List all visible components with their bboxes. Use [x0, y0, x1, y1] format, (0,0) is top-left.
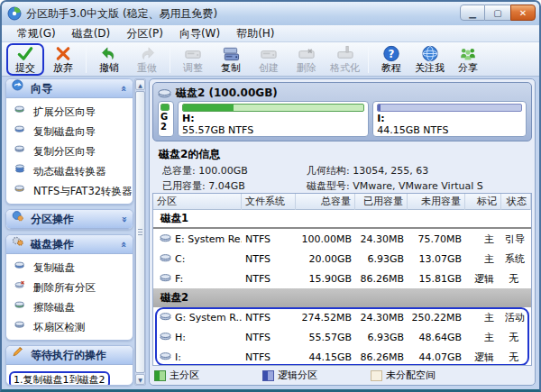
menu-item-4[interactable]: 帮助(H)	[228, 25, 282, 42]
sidebar-item-2-0[interactable]: 复制磁盘	[6, 258, 133, 278]
partition-ops-icon	[12, 210, 26, 228]
scrollbar-thumb[interactable]	[135, 91, 145, 373]
disk-info-panel: 磁盘2的信息 总容量: 100.00GB 几何结构: 13054, 255, 6…	[155, 144, 529, 191]
sidebar-item-0-2[interactable]: 复制分区向导	[6, 141, 133, 161]
close-button[interactable]: ✕	[510, 5, 536, 21]
menu-item-1[interactable]: 磁盘(D)	[64, 25, 119, 42]
pending-header[interactable]: 等待执行的操作	[6, 346, 133, 365]
toolbar-button-复制[interactable]: 复制	[212, 43, 250, 76]
column-header-0[interactable]: 分区	[153, 194, 242, 210]
app-window: 分区助手3.0中文版 (稳定、易用且免费) ▁ ▢ ✕ 常规(G)磁盘(D)分区…	[0, 0, 541, 392]
table-row-F[interactable]: F: NTFS 15.90GB 86.26MB 15.81GB 逻辑 无	[153, 269, 531, 288]
chevron-icon[interactable]: «	[118, 85, 130, 91]
partition-block-G2[interactable]: G2	[158, 101, 174, 137]
sidebar-scrollbar[interactable]: ▲ ▼	[134, 78, 146, 386]
sidebar: 向导 « 扩展分区向导 复制磁盘向导 复制分区向导 动态磁盘转换器 NTFS与F…	[5, 78, 133, 386]
column-header-1[interactable]: 文件系统	[242, 194, 296, 210]
toolbar-button-分享[interactable]: 分享	[449, 43, 487, 76]
menu-bar: 常规(G)磁盘(D)分区(P)向导(W)帮助(H)	[2, 25, 539, 42]
chevron-icon[interactable]: «	[118, 215, 130, 222]
toolbar-separator	[368, 46, 369, 73]
partition-disk-icon	[160, 351, 171, 363]
tutorial-icon: ?	[382, 45, 400, 62]
section-header-0[interactable]: 向导 «	[6, 79, 133, 98]
disk-used-capacity: 已用容量: 7.04GB	[162, 179, 307, 193]
toolbar-button-重做: 重做	[128, 43, 166, 76]
toolbar-button-教程[interactable]: ?教程	[372, 43, 410, 76]
disk-graph-panel: 磁盘2 (100.00GB) G2H:55.57GB NTFSI:44.15GB…	[152, 82, 532, 141]
menu-item-2[interactable]: 分区(P)	[118, 25, 171, 42]
mini-disk-icon	[14, 123, 28, 140]
pending-operation-item[interactable]: 1.复制磁盘1到磁盘2	[9, 371, 110, 386]
toolbar-button-关注我[interactable]: 关注我	[410, 43, 449, 76]
mini-disk-icon	[14, 299, 28, 315]
section-header-1[interactable]: 分区操作 «	[6, 210, 133, 229]
partition-disk-icon	[160, 273, 171, 285]
menu-item-0[interactable]: 常规(G)	[9, 25, 64, 42]
column-header-4[interactable]: 未用容量	[408, 194, 465, 210]
toolbar-button-调整: 调整	[174, 43, 212, 76]
legend-item-1: 逻辑分区	[262, 369, 371, 382]
wizard-icon	[12, 79, 26, 97]
legend-swatch-icon	[154, 370, 166, 381]
table-row-ESystemRe[interactable]: E: System Re... NTFS 100.00MB 24.30MB 75…	[153, 229, 531, 249]
sidebar-item-2-3[interactable]: 坏扇区检测	[6, 317, 133, 337]
sidebar-item-2-2[interactable]: 擦除磁盘	[6, 297, 133, 317]
partition-table: 分区文件系统总容量已用容量未用容量标记状态 磁盘1E: System Re...…	[152, 193, 532, 366]
maximize-button[interactable]: ▢	[485, 5, 510, 21]
minimize-button[interactable]: ▁	[460, 5, 485, 21]
disk-total-capacity: 总容量: 100.00GB	[162, 164, 307, 178]
app-logo-icon	[7, 6, 22, 21]
main-panel: 磁盘2 (100.00GB) G2H:55.57GB NTFSI:44.15GB…	[149, 78, 536, 386]
toolbar-button-创建: 创建	[250, 43, 288, 76]
partition-bars: G2H:55.57GB NTFSI:44.15GB NTFS	[158, 101, 527, 137]
toolbar-button-提交[interactable]: 提交	[6, 43, 44, 76]
disk-copy-icon	[222, 45, 240, 62]
sidebar-section-0: 向导 « 扩展分区向导 复制磁盘向导 复制分区向导 动态磁盘转换器 NTFS与F…	[5, 78, 133, 205]
disk-icon	[158, 85, 171, 102]
legend-item-0: 主分区	[154, 369, 262, 382]
scroll-down-icon[interactable]: ▼	[135, 374, 145, 385]
chevron-icon[interactable]: «	[118, 241, 130, 247]
sidebar-item-0-4[interactable]: NTFS与FAT32转换器	[6, 181, 133, 201]
sidebar-item-2-1[interactable]: 删除所有分区	[6, 278, 133, 297]
section-header-2[interactable]: 磁盘操作 «	[6, 235, 133, 254]
column-header-2[interactable]: 总容量	[296, 194, 355, 210]
table-row-C[interactable]: C: NTFS 20.00GB 6.93GB 13.07GB 主 系统	[153, 249, 531, 269]
toolbar-button-放弃[interactable]: 放弃	[44, 43, 82, 76]
pending-operations-panel: 等待执行的操作 1.复制磁盘1到磁盘2	[5, 345, 133, 386]
share-icon	[459, 45, 477, 62]
column-header-3[interactable]: 已用容量	[355, 194, 408, 210]
disk-group-header-磁盘2: 磁盘2	[153, 288, 531, 307]
disk-group-header-磁盘1: 磁盘1	[153, 210, 531, 229]
legend: 主分区逻辑分区未分配空间	[154, 368, 530, 383]
sidebar-section-1: 分区操作 «	[5, 209, 133, 230]
sidebar-item-0-3[interactable]: 动态磁盘转换器	[6, 161, 133, 181]
table-body: 磁盘1E: System Re... NTFS 100.00MB 24.30MB…	[153, 210, 531, 366]
toolbar-button-撤销[interactable]: 撤销	[90, 43, 128, 76]
pencil-icon	[12, 346, 26, 364]
redo-icon	[138, 45, 156, 62]
mini-disk-icon	[14, 143, 28, 160]
menu-item-3[interactable]: 向导(W)	[171, 25, 228, 42]
column-header-5[interactable]: 标记	[465, 194, 501, 210]
disk-drive-icon	[260, 45, 278, 62]
table-row-GSystemR[interactable]: G: System R... NTFS 274.52MB 24.30MB 250…	[153, 307, 531, 327]
legend-item-2: 未分配空间	[371, 369, 479, 382]
partition-block-I:[interactable]: I:44.15GB NTFS	[372, 101, 527, 137]
mini-disk-icon	[14, 319, 28, 335]
column-header-6[interactable]: 状态	[501, 194, 531, 210]
partition-disk-icon	[160, 312, 171, 324]
scroll-up-icon[interactable]: ▲	[135, 79, 145, 90]
toolbar-separator	[86, 46, 87, 73]
table-row-H[interactable]: H: NTFS 55.57GB 6.93GB 48.64GB 主 无	[153, 327, 531, 347]
table-row-I[interactable]: I: NTFS 44.15GB 86.26MB 44.07GB 逻辑 无	[153, 347, 531, 366]
sidebar-item-0-0[interactable]: 扩展分区向导	[6, 102, 133, 122]
partition-disk-icon	[160, 332, 171, 343]
disk-format-icon	[336, 45, 354, 62]
sidebar-item-0-1[interactable]: 复制磁盘向导	[6, 122, 133, 141]
partition-block-H:[interactable]: H:55.57GB NTFS	[178, 101, 369, 137]
check-icon	[16, 45, 34, 62]
globe-icon	[421, 45, 439, 62]
title-bar[interactable]: 分区助手3.0中文版 (稳定、易用且免费) ▁ ▢ ✕	[2, 2, 539, 25]
